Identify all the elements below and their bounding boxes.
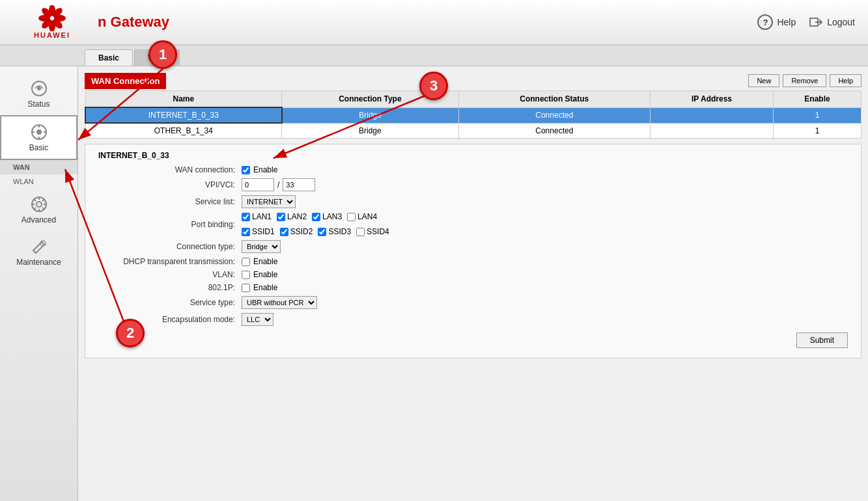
- vlan-label: VLAN:: [98, 270, 242, 279]
- ssid4-checkbox[interactable]: [356, 228, 365, 236]
- table-row[interactable]: INTERNET_B_0_33 Bridge Connected 1: [85, 107, 861, 123]
- page-title: n Gateway: [91, 14, 757, 31]
- vlan-row: VLAN: Enable: [98, 270, 848, 279]
- dot1p-row: 802.1P: Enable: [98, 283, 848, 292]
- cell-enable: 1: [774, 123, 861, 139]
- col-connection-status: Connection Status: [458, 91, 650, 108]
- remove-button[interactable]: Remove: [783, 74, 826, 87]
- service-type-select[interactable]: UBR without PCR: [242, 296, 317, 309]
- lan4-checkbox[interactable]: [347, 213, 356, 221]
- svg-point-13: [36, 129, 42, 135]
- sidebar-item-status[interactable]: Status: [0, 73, 77, 115]
- submit-button[interactable]: Submit: [796, 332, 848, 348]
- service-list-select[interactable]: INTERNET: [242, 195, 296, 208]
- service-list-row: Service list: INTERNET: [98, 195, 848, 208]
- wan-connection-header: WAN Connection: [85, 73, 166, 89]
- sidebar-item-basic[interactable]: Basic: [0, 115, 77, 160]
- encap-label: Encapsulation mode:: [98, 315, 242, 324]
- table-toolbar: New Remove Help: [748, 74, 861, 87]
- svg-line-27: [34, 208, 36, 210]
- dot1p-label: 802.1P:: [98, 283, 242, 292]
- col-enable: Enable: [774, 91, 861, 108]
- wan-connection-label: WAN connection:: [98, 165, 242, 174]
- cell-status: Connected: [458, 123, 650, 139]
- new-button[interactable]: New: [748, 74, 779, 87]
- logo-text: HUAWEI: [34, 31, 70, 39]
- svg-line-24: [34, 199, 36, 201]
- cell-type: Bridge: [282, 123, 458, 139]
- cell-status: Connected: [458, 107, 650, 123]
- svg-point-19: [36, 202, 42, 207]
- detail-box: INTERNET_B_0_33 WAN connection: Enable V…: [85, 144, 861, 359]
- connection-type-select[interactable]: Bridge: [242, 240, 281, 253]
- encap-select[interactable]: LLC: [242, 313, 273, 326]
- col-connection-type: Connection Type: [282, 91, 458, 108]
- cell-name: INTERNET_B_0_33: [85, 107, 282, 123]
- cell-name: OTHER_B_1_34: [85, 123, 282, 139]
- vlan-checkbox[interactable]: [242, 271, 250, 279]
- wan-connection-text: Enable: [253, 165, 277, 174]
- dhcp-checkbox[interactable]: [242, 258, 250, 266]
- tab-basic[interactable]: Basic: [85, 49, 133, 66]
- logout-button[interactable]: Logout: [809, 15, 855, 29]
- maintenance-icon: [30, 237, 48, 256]
- connection-type-label: Connection type:: [98, 242, 242, 251]
- ssid2-checkbox[interactable]: [280, 228, 288, 236]
- port-binding-label: Port binding:: [98, 220, 242, 229]
- subheader: Basic WAN: [0, 46, 868, 66]
- tab-wan[interactable]: WAN: [134, 49, 180, 66]
- sidebar-item-maintenance[interactable]: Maintenance: [0, 231, 77, 273]
- advanced-icon: [30, 195, 48, 213]
- lan1-checkbox[interactable]: [242, 213, 250, 221]
- cell-ip: [650, 107, 773, 123]
- cell-type: Bridge: [282, 107, 458, 123]
- dhcp-label: DHCP transparent transmission:: [98, 257, 242, 266]
- col-ip-address: IP Address: [650, 91, 773, 108]
- svg-line-26: [42, 199, 44, 201]
- wan-connection-checkbox[interactable]: [242, 166, 250, 174]
- sidebar-sub-wan[interactable]: WAN: [0, 160, 77, 174]
- ssid3-checkbox[interactable]: [318, 228, 326, 236]
- service-type-row: Service type: UBR without PCR: [98, 296, 848, 309]
- dot1p-checkbox[interactable]: [242, 284, 250, 292]
- logout-icon: [809, 15, 823, 29]
- sidebar-sub-wlan[interactable]: WLAN: [0, 174, 77, 189]
- help-button[interactable]: ? Help: [757, 14, 796, 30]
- svg-line-25: [42, 208, 44, 210]
- lan3-checkbox[interactable]: [312, 213, 320, 221]
- service-list-label: Service list:: [98, 197, 242, 206]
- logo: HUAWEI: [13, 5, 91, 39]
- ssid1-checkbox[interactable]: [242, 228, 250, 236]
- port-binding-row: Port binding: LAN1 LAN2 LAN3 LAN4 SSID1 …: [98, 212, 848, 236]
- col-name: Name: [85, 91, 282, 108]
- connection-type-row: Connection type: Bridge: [98, 240, 848, 253]
- vpi-input[interactable]: [242, 178, 274, 191]
- table-row[interactable]: OTHER_B_1_34 Bridge Connected 1: [85, 123, 861, 139]
- wan-table: Name Connection Type Connection Status I…: [85, 90, 861, 139]
- sidebar: Status Basic WAN WLAN: [0, 66, 78, 501]
- detail-title: INTERNET_B_0_33: [98, 151, 848, 160]
- help-icon: ?: [757, 14, 773, 30]
- help-table-button[interactable]: Help: [830, 74, 861, 87]
- vpivci-label: VPI/VCI:: [98, 180, 242, 189]
- wan-connection-row: WAN connection: Enable: [98, 165, 848, 174]
- basic-icon: [30, 123, 48, 141]
- sidebar-item-advanced[interactable]: Advanced: [0, 189, 77, 231]
- lan2-checkbox[interactable]: [277, 213, 285, 221]
- submit-row: Submit: [98, 332, 848, 348]
- svg-point-11: [37, 87, 41, 90]
- status-icon: [30, 79, 48, 98]
- vpivci-row: VPI/VCI: /: [98, 178, 848, 191]
- vci-input[interactable]: [283, 178, 315, 191]
- header: HUAWEI n Gateway ? Help Logout Basic WAN: [0, 0, 868, 66]
- encap-row: Encapsulation mode: LLC: [98, 313, 848, 326]
- cell-ip: [650, 123, 773, 139]
- service-type-label: Service type:: [98, 298, 242, 307]
- cell-enable: 1: [774, 107, 861, 123]
- content-area: WAN Connection New Remove Help Name Conn…: [78, 66, 868, 501]
- dhcp-row: DHCP transparent transmission: Enable: [98, 257, 848, 266]
